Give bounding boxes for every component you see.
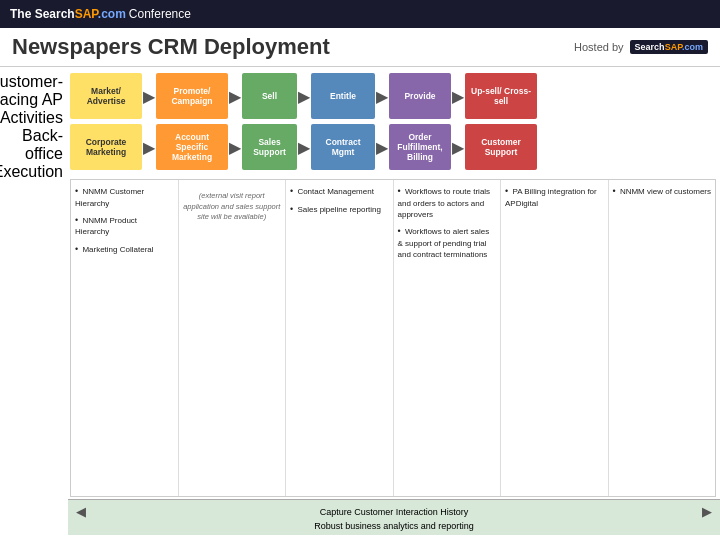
box-account-specific: Account Specific Marketing: [156, 124, 228, 170]
arrow-1-1: ▶: [143, 87, 155, 106]
arrow-1-5: ▶: [452, 87, 464, 106]
detail-item-1-1: NNMM Customer Hierarchy: [75, 185, 174, 209]
bottom-arrow-left-1: ◀: [76, 504, 86, 519]
bottom-line1: Capture Customer Interaction History: [90, 507, 698, 517]
logo-search: Search: [35, 7, 75, 21]
box-contract-mgmt: Contract Mgmt: [311, 124, 375, 170]
bottom-arrow-right-1: ▶: [702, 504, 712, 519]
bottom-row-2: Robust business analytics and reporting: [76, 521, 712, 531]
main-layout: Customer-facing AP Activities Back-offic…: [0, 67, 720, 535]
rows-and-detail: Customer-facing AP Activities Back-offic…: [0, 67, 720, 535]
detail-col-5: PA Billing integration for APDigital: [501, 180, 609, 496]
main-right: Market/ Advertise ▶ Promote/ Campaign ▶ …: [68, 67, 720, 535]
detail-section: NNMM Customer Hierarchy NNMM Product Hie…: [70, 179, 716, 497]
box-market-advertise: Market/ Advertise: [70, 73, 142, 119]
detail-col-1: NNMM Customer Hierarchy NNMM Product Hie…: [71, 180, 179, 496]
box-promote-campaign: Promote/ Campaign: [156, 73, 228, 119]
arrow-1-2: ▶: [229, 87, 241, 106]
detail-item-6-1: NNMM view of customers: [613, 185, 712, 198]
box-customer-support: Customer Support: [465, 124, 537, 170]
box-sales-support: Sales Support: [242, 124, 297, 170]
process-row-1: Market/ Advertise ▶ Promote/ Campaign ▶ …: [70, 73, 716, 119]
box-provide: Provide: [389, 73, 451, 119]
hosted-by: Hosted by SearchSAP.com: [574, 40, 708, 54]
detail-item-3-1: Contact Management: [290, 185, 389, 198]
arrow-2-1: ▶: [143, 138, 155, 157]
detail-col-3: Contact Management Sales pipeline report…: [286, 180, 394, 496]
arrow-1-3: ▶: [298, 87, 310, 106]
detail-col-6: NNMM view of customers: [609, 180, 716, 496]
bottom-line2: Robust business analytics and reporting: [76, 521, 712, 531]
detail-item-3-2: Sales pipeline reporting: [290, 203, 389, 216]
detail-col-2-italic: (external visit report application and s…: [183, 191, 282, 223]
detail-col-4: Workflows to route trials and orders to …: [394, 180, 502, 496]
logo: The SearchSAP.com: [10, 7, 126, 21]
arrow-2-2: ▶: [229, 138, 241, 157]
hosted-logo: SearchSAP.com: [630, 40, 708, 54]
logo-sap: SAP: [75, 7, 98, 21]
conference-label: Conference: [129, 7, 191, 21]
box-corporate-marketing: Corporate Marketing: [70, 124, 142, 170]
box-order-fulfillment: Order Fulfillment, Billing: [389, 124, 451, 170]
process-row-2: Corporate Marketing ▶ Account Specific M…: [70, 124, 716, 170]
detail-item-1-3: Marketing Collateral: [75, 243, 174, 256]
arrow-2-3: ▶: [298, 138, 310, 157]
box-entitle: Entitle: [311, 73, 375, 119]
logo-com: .com: [98, 7, 126, 21]
detail-item-4-2: Workflows to alert sales & support of pe…: [398, 225, 497, 260]
detail-item-1-2: NNMM Product Hierarchy: [75, 214, 174, 238]
detail-col-2: (external visit report application and s…: [179, 180, 287, 496]
bottom-bar: ◀ Capture Customer Interaction History ▶…: [68, 499, 720, 535]
label-backoffice: Back-office Execution: [0, 127, 68, 181]
page-title: Newspapers CRM Deployment: [12, 34, 330, 60]
label-customer-facing: Customer-facing AP Activities: [0, 73, 68, 127]
arrow-1-4: ▶: [376, 87, 388, 106]
arrow-2-4: ▶: [376, 138, 388, 157]
arrow-2-5: ▶: [452, 138, 464, 157]
detail-item-5-1: PA Billing integration for APDigital: [505, 185, 604, 209]
top-bar: The SearchSAP.com Conference: [0, 0, 720, 28]
detail-item-4-1: Workflows to route trials and orders to …: [398, 185, 497, 220]
process-rows-area: Market/ Advertise ▶ Promote/ Campaign ▶ …: [68, 67, 720, 177]
logo-the: The: [10, 7, 35, 21]
title-bar: Newspapers CRM Deployment Hosted by Sear…: [0, 28, 720, 67]
box-sell: Sell: [242, 73, 297, 119]
side-labels: Customer-facing AP Activities Back-offic…: [0, 67, 68, 535]
bottom-row-1: ◀ Capture Customer Interaction History ▶: [76, 504, 712, 519]
box-upsell: Up-sell/ Cross-sell: [465, 73, 537, 119]
